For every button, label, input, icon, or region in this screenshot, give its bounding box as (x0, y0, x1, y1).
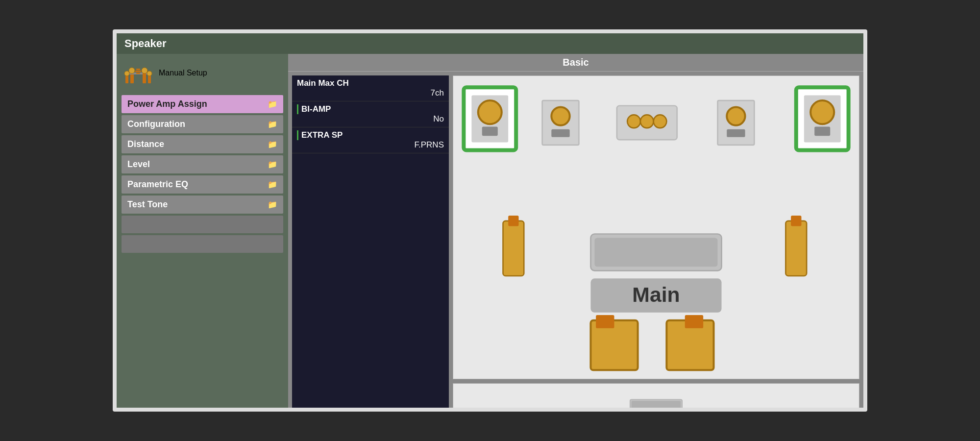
menu-list: Power Amp Assign 📁 Configuration 📁 Dista… (122, 95, 283, 412)
folder-icon: 📁 (268, 200, 277, 209)
zone2-diagram: Zone2 (453, 383, 859, 412)
svg-point-8 (147, 71, 152, 76)
param-spacer (292, 153, 449, 412)
menu-item-configuration[interactable]: Configuration 📁 (122, 115, 283, 133)
svg-rect-18 (551, 129, 569, 137)
svg-text:Main: Main (632, 283, 680, 306)
menu-item-label: Configuration (127, 119, 185, 129)
main-content: Manual Setup Power Amp Assign 📁 Configur… (117, 54, 863, 412)
folder-icon: 📁 (268, 120, 277, 129)
svg-rect-11 (136, 73, 140, 74)
param-row-extra-sp: EXTRA SP F.PRNS (292, 127, 449, 153)
svg-rect-35 (791, 216, 801, 226)
screen: Speaker (113, 29, 867, 412)
params-panel: Main Max CH 7ch BI-AMP No EXTRA SP F.PRN… (292, 75, 449, 412)
svg-rect-10 (135, 71, 141, 72)
svg-point-20 (627, 115, 640, 128)
svg-rect-9 (136, 69, 140, 70)
param-row-bi-amp: BI-AMP No (292, 101, 449, 127)
speaker-diagram-svg: Main (453, 76, 859, 379)
menu-item-test-tone[interactable]: Test Tone 📁 (122, 196, 283, 214)
svg-point-24 (727, 107, 745, 125)
svg-rect-29 (814, 126, 830, 136)
title-bar: Speaker (117, 33, 863, 54)
svg-point-6 (129, 68, 135, 74)
svg-point-21 (640, 115, 654, 128)
right-panel: Basic Main Max CH 7ch BI-AMP No EXTRA SP (288, 54, 863, 412)
svg-point-28 (810, 100, 834, 124)
right-main: Main Max CH 7ch BI-AMP No EXTRA SP F.PRN… (288, 72, 863, 412)
menu-item-label: Power Amp Assign (127, 99, 207, 109)
svg-point-17 (551, 107, 569, 125)
diagram-panel: Main (453, 75, 859, 412)
svg-point-14 (478, 100, 502, 124)
svg-rect-41 (596, 315, 614, 328)
svg-rect-25 (727, 129, 745, 137)
left-panel: Manual Setup Power Amp Assign 📁 Configur… (117, 54, 288, 412)
menu-item-label: Distance (127, 139, 164, 149)
folder-icon: 📁 (268, 99, 277, 109)
menu-item-label: Test Tone (127, 199, 168, 210)
svg-point-7 (142, 68, 147, 74)
svg-rect-31 (503, 221, 524, 276)
menu-item-distance[interactable]: Distance 📁 (122, 135, 283, 153)
menu-item-label: Parametric EQ (127, 179, 188, 190)
menu-item-power-amp-assign[interactable]: Power Amp Assign 📁 (122, 95, 283, 113)
manual-setup-title: Manual Setup (159, 69, 207, 77)
zone2-diagram-svg: Zone2 (453, 384, 859, 412)
menu-item-parametric-eq[interactable]: Parametric EQ 📁 (122, 175, 283, 194)
page-title: Speaker (124, 37, 167, 49)
svg-point-22 (654, 115, 667, 128)
menu-item-empty-1 (122, 216, 283, 233)
menu-item-empty-2 (122, 235, 283, 253)
svg-rect-45 (632, 401, 681, 412)
folder-icon: 📁 (268, 160, 277, 169)
folder-icon: 📁 (268, 180, 277, 189)
section-title: Basic (288, 54, 863, 72)
svg-rect-34 (785, 221, 807, 276)
menu-item-level[interactable]: Level 📁 (122, 155, 283, 173)
speaker-icon (123, 61, 153, 85)
main-diagram: Main (453, 75, 859, 379)
svg-rect-43 (685, 315, 703, 328)
menu-item-label: Level (127, 159, 150, 170)
svg-point-5 (124, 71, 129, 76)
manual-setup-header: Manual Setup (122, 59, 283, 87)
param-row-main-max-ch: Main Max CH 7ch (292, 75, 449, 101)
folder-icon: 📁 (268, 140, 277, 149)
svg-rect-32 (508, 216, 518, 226)
svg-rect-15 (482, 126, 498, 136)
svg-rect-37 (594, 238, 717, 267)
